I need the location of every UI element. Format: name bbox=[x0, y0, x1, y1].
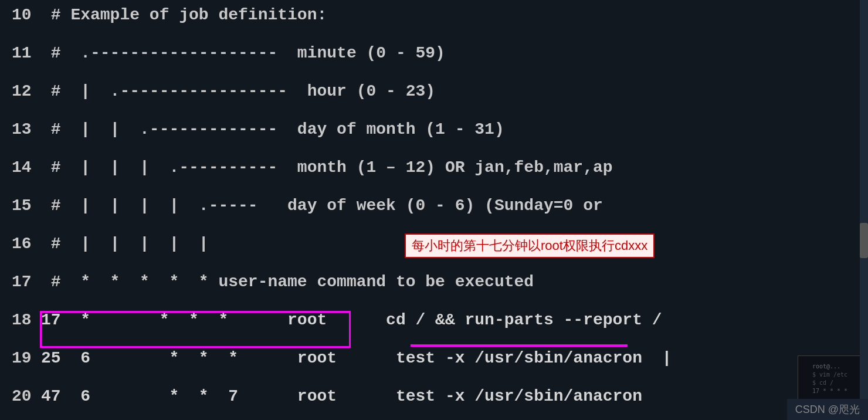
line-18-underline bbox=[411, 344, 628, 347]
scrollbar-thumb[interactable] bbox=[860, 223, 868, 258]
annotation-box: 每小时的第十七分钟以root权限执行cdxxx bbox=[405, 233, 655, 258]
line-number-19: 19 bbox=[12, 349, 41, 367]
watermark-text: CSDN @咫光 bbox=[795, 404, 860, 415]
line-13: 13 # | | .------------- day of month (1 … bbox=[0, 120, 868, 158]
line-number-17: 17 bbox=[12, 273, 41, 291]
line-19: 19 25 6 * * * root test -x /usr/sbin/ana… bbox=[0, 349, 868, 387]
line-17: 17 # * * * * * user-name command to be e… bbox=[0, 273, 868, 311]
line-11: 11 # .------------------- minute (0 - 59… bbox=[0, 44, 868, 82]
line-20: 20 47 6 * * 7 root test -x /usr/sbin/ana… bbox=[0, 387, 868, 420]
line-13-content: # | | .------------- day of month (1 - 3… bbox=[41, 120, 504, 138]
line-14-content: # | | | .---------- month (1 – 12) OR ja… bbox=[41, 158, 613, 177]
line-number-12: 12 bbox=[12, 82, 41, 100]
line-10: 10 # Example of job definition: bbox=[0, 6, 868, 44]
line-number-15: 15 bbox=[12, 197, 41, 215]
line-number-11: 11 bbox=[12, 44, 41, 62]
line-number-16: 16 bbox=[12, 235, 41, 253]
annotation-text: 每小时的第十七分钟以root权限执行cdxxx bbox=[412, 238, 647, 253]
line-15-content: # | | | | .----- day of week (0 - 6) (Su… bbox=[41, 197, 603, 215]
line-20-content: 47 6 * * 7 root test -x /usr/sbin/anacro… bbox=[41, 387, 642, 405]
watermark: CSDN @咫光 bbox=[787, 399, 868, 420]
line-10-content: # Example of job definition: bbox=[41, 6, 327, 24]
line-number-10: 10 bbox=[12, 6, 41, 24]
line-number-13: 13 bbox=[12, 120, 41, 138]
line-12-content: # | .----------------- hour (0 - 23) bbox=[41, 82, 435, 100]
line-16-content: # | | | | | bbox=[41, 235, 209, 253]
line-number-18: 18 bbox=[12, 311, 41, 329]
line-19-content: 25 6 * * * root test -x /usr/sbin/anacro… bbox=[41, 349, 672, 367]
line-15: 15 # | | | | .----- day of week (0 - 6) … bbox=[0, 197, 868, 235]
line-number-14: 14 bbox=[12, 158, 41, 177]
line-17-content: # * * * * * user-name command to be exec… bbox=[41, 273, 534, 291]
line-11-content: # .------------------- minute (0 - 59) bbox=[41, 44, 445, 62]
scrollbar[interactable] bbox=[860, 0, 868, 420]
line-number-20: 20 bbox=[12, 387, 41, 405]
line-18: 18 17 * * * * root cd / && run-parts --r… bbox=[0, 311, 868, 349]
line-12: 12 # | .----------------- hour (0 - 23) bbox=[0, 82, 868, 120]
mini-terminal-thumbnail: root@... $ vim /etc $ cd / 17 * * * * bbox=[798, 355, 862, 402]
line-18-content: 17 * * * * root cd / && run-parts --repo… bbox=[41, 311, 662, 329]
terminal-window: 10 # Example of job definition: 11 # .--… bbox=[0, 0, 868, 420]
line-14: 14 # | | | .---------- month (1 – 12) OR… bbox=[0, 158, 868, 197]
